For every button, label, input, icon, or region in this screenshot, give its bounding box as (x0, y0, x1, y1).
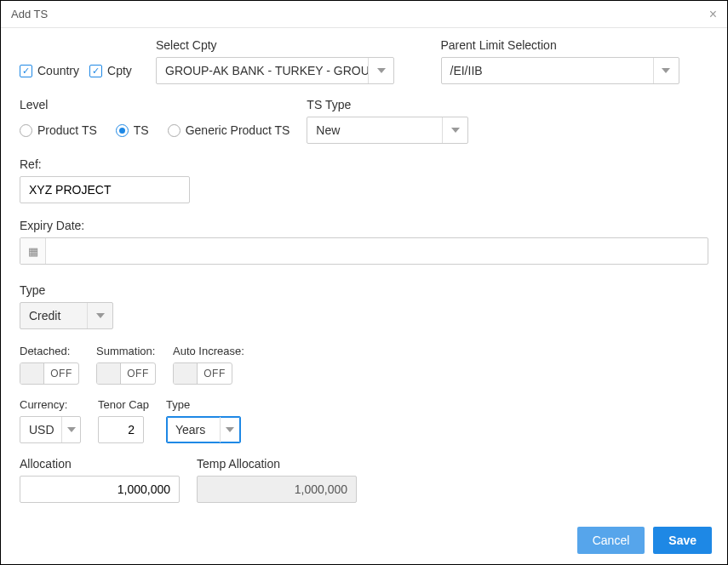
tenor-cap-label: Tenor Cap (98, 398, 149, 411)
radio-icon (20, 124, 32, 137)
toggle-knob (97, 363, 121, 384)
chevron-down-icon (87, 303, 112, 328)
type-combo[interactable]: Credit (20, 302, 113, 329)
save-button[interactable]: Save (653, 527, 712, 554)
parent-limit-combo[interactable]: /EI/IIB (441, 57, 679, 84)
toggle-knob (20, 363, 44, 384)
select-cpty-label: Select Cpty (156, 38, 424, 52)
summation-state: OFF (121, 368, 155, 380)
currency-combo[interactable]: USD (20, 416, 81, 443)
radio-ts[interactable]: TS (116, 117, 149, 144)
calendar-icon (20, 238, 46, 264)
auto-increase-state: OFF (198, 368, 232, 380)
close-icon[interactable]: × (709, 7, 717, 22)
checkbox-cpty-label: Cpty (107, 64, 132, 77)
allocation-input[interactable] (20, 476, 180, 503)
chevron-down-icon (368, 58, 393, 83)
auto-increase-toggle[interactable]: OFF (173, 362, 232, 385)
ref-input[interactable] (20, 176, 190, 203)
radio-generic-label: Generic Product TS (186, 123, 290, 137)
type-value: Credit (20, 309, 87, 322)
ts-type-combo[interactable]: New (307, 117, 468, 144)
detached-toggle[interactable]: OFF (20, 362, 79, 385)
tenor-type-value: Years (167, 423, 220, 437)
level-label: Level (20, 98, 289, 111)
radio-icon (116, 124, 129, 137)
currency-label: Currency: (20, 398, 81, 411)
expiry-date-input[interactable] (20, 237, 708, 265)
check-icon (20, 65, 32, 77)
chevron-down-icon (61, 417, 80, 442)
toggle-knob (174, 363, 198, 384)
summation-label: Summation: (96, 345, 156, 357)
dialog-footer: Cancel Save (1, 516, 727, 564)
tenor-type-combo[interactable]: Years (166, 416, 241, 443)
expiry-date-value (46, 238, 114, 264)
checkbox-country[interactable]: Country (20, 57, 79, 84)
radio-product-ts-label: Product TS (37, 123, 97, 137)
summation-toggle[interactable]: OFF (96, 362, 156, 385)
auto-increase-label: Auto Increase: (173, 345, 244, 357)
detached-state: OFF (44, 368, 78, 380)
tenor-cap-input[interactable] (98, 416, 144, 443)
expiry-label: Expiry Date: (20, 219, 708, 232)
add-ts-dialog: Add TS × Country Cpty Select Cpty GROUP-… (0, 0, 728, 565)
ts-type-label: TS Type (307, 98, 468, 111)
temp-allocation-label: Temp Allocation (197, 457, 357, 471)
select-cpty-combo[interactable]: GROUP-AK BANK - TURKEY - GROUP (156, 57, 394, 84)
tenor-type-label: Type (166, 398, 241, 411)
detached-label: Detached: (20, 345, 79, 357)
parent-limit-value: /EI/IIB (442, 64, 653, 77)
chevron-down-icon (220, 417, 240, 442)
dialog-header: Add TS × (1, 1, 727, 28)
radio-icon (168, 124, 181, 137)
dialog-title: Add TS (11, 8, 48, 20)
ref-label: Ref: (20, 157, 708, 171)
checkbox-country-label: Country (37, 64, 79, 77)
currency-value: USD (20, 423, 61, 437)
type-label: Type (20, 283, 708, 297)
radio-generic-product-ts[interactable]: Generic Product TS (168, 117, 290, 144)
check-icon (89, 65, 102, 77)
cancel-button[interactable]: Cancel (577, 527, 645, 554)
checkbox-cpty[interactable]: Cpty (89, 57, 132, 84)
chevron-down-icon (653, 58, 679, 83)
allocation-label: Allocation (20, 457, 180, 471)
parent-limit-label: Parent Limit Selection (441, 38, 709, 52)
temp-allocation-input (197, 476, 357, 503)
radio-product-ts[interactable]: Product TS (20, 117, 97, 144)
radio-ts-label: TS (134, 123, 149, 137)
chevron-down-icon (442, 117, 467, 143)
dialog-body: Country Cpty Select Cpty GROUP-AK BANK -… (1, 28, 727, 516)
ts-type-value: New (307, 123, 442, 137)
select-cpty-value: GROUP-AK BANK - TURKEY - GROUP (157, 64, 368, 77)
